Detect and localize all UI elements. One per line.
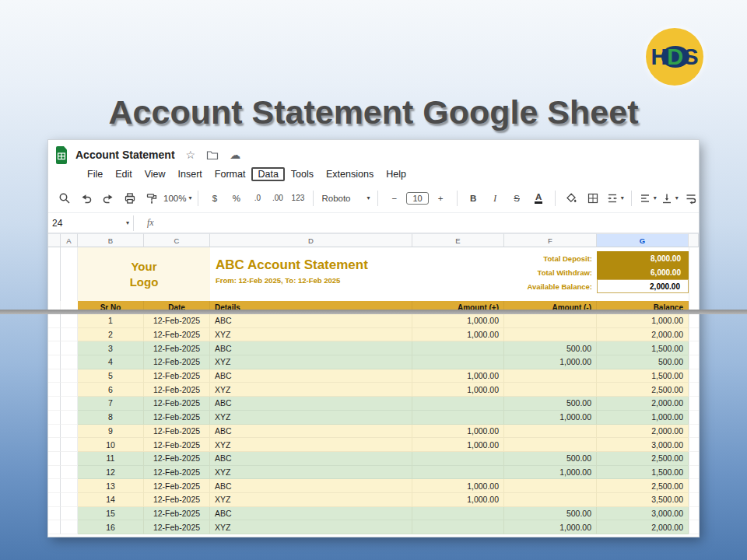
decrease-decimal-button[interactable]: .0 [248,189,266,208]
cell-a[interactable] [61,411,78,425]
cell-srno[interactable]: 2 [78,328,144,342]
cell-date[interactable]: 12-Feb-2025 [144,479,210,493]
cell-amount-minus[interactable] [504,438,597,452]
cell-date[interactable]: 12-Feb-2025 [144,452,210,466]
cell-details[interactable]: ABC [210,314,412,328]
text-wrap-icon[interactable] [682,189,699,208]
cell-date[interactable]: 12-Feb-2025 [144,397,210,411]
cell-srno[interactable]: 8 [78,411,144,425]
cell-balance[interactable]: 1,500.00 [597,466,689,480]
cell-amount-plus[interactable] [412,466,504,480]
cell-srno[interactable]: 10 [78,438,144,452]
cell-a[interactable] [61,438,78,452]
col-header-b[interactable]: B [78,233,144,247]
cell-a[interactable] [61,452,78,466]
cell-amount-minus[interactable] [504,314,597,328]
cell-amount-plus[interactable] [412,411,504,425]
cell-a[interactable] [61,507,78,521]
cell-amount-plus[interactable] [412,397,504,411]
cell-date[interactable]: 12-Feb-2025 [144,328,210,342]
cell-balance[interactable]: 1,500.00 [597,341,689,355]
increase-font-size-button[interactable]: + [431,189,451,208]
cell-a[interactable] [61,383,78,397]
cell-balance[interactable]: 1,000.00 [597,314,689,328]
cell-a[interactable] [61,314,78,328]
menu-file[interactable]: File [81,167,109,181]
cell-amount-plus[interactable] [412,341,504,355]
cell-srno[interactable]: 15 [78,507,144,521]
cell-amount-minus[interactable]: 500.00 [504,397,597,411]
cell-a[interactable] [61,466,78,480]
cell-amount-minus[interactable]: 1,000.00 [504,520,597,534]
menu-insert[interactable]: Insert [172,167,209,181]
cell-balance[interactable]: 500.00 [597,355,689,369]
cell-details[interactable]: XYZ [210,328,412,342]
increase-decimal-button[interactable]: .00 [268,189,286,208]
cell-details[interactable]: ABC [210,425,412,439]
cell-amount-plus[interactable] [412,452,504,466]
col-header-g-selected[interactable]: G [597,233,689,247]
cell-amount-minus[interactable] [504,425,597,439]
cell-details[interactable]: ABC [210,397,412,411]
menu-extensions[interactable]: Extensions [320,167,380,181]
cell-srno[interactable]: 5 [78,369,144,383]
cell-date[interactable]: 12-Feb-2025 [144,425,210,439]
cell-date[interactable]: 12-Feb-2025 [144,383,210,397]
undo-icon[interactable] [76,189,96,208]
cell-amount-plus[interactable]: 1,000.00 [412,425,504,439]
horizontal-align-icon[interactable]: ▾ [638,189,658,208]
formula-input[interactable] [154,213,699,233]
font-select[interactable]: Roboto▾ [320,189,371,208]
cell-srno[interactable]: 12 [78,466,144,480]
cell-srno[interactable]: 4 [78,355,144,369]
more-formats-button[interactable]: 123 [289,189,307,208]
format-percent-button[interactable]: % [226,189,246,208]
cell-srno[interactable]: 14 [78,493,144,507]
search-icon[interactable] [54,189,74,208]
cell-details[interactable]: XYZ [210,411,412,425]
cell-date[interactable]: 12-Feb-2025 [144,438,210,452]
cell-details[interactable]: ABC [210,452,412,466]
cell-amount-minus[interactable] [504,383,597,397]
menu-view[interactable]: View [139,167,172,181]
cell-a[interactable] [61,355,78,369]
total-deposit-label[interactable]: Total Deposit: [504,251,597,265]
strikethrough-button[interactable]: S [507,189,527,208]
print-icon[interactable] [120,189,139,208]
cell-amount-minus[interactable]: 1,000.00 [504,466,597,480]
total-withdraw-label[interactable]: Total Withdraw: [504,265,597,279]
redo-icon[interactable] [98,189,117,208]
cell-a[interactable] [61,341,78,355]
cell-details[interactable]: XYZ [210,520,412,534]
col-header-e[interactable]: E [412,233,504,247]
cell-amount-minus[interactable]: 1,000.00 [504,411,597,425]
cell-amount-minus[interactable] [504,369,597,383]
cell-balance[interactable]: 2,500.00 [597,452,689,466]
fill-color-icon[interactable] [562,189,581,208]
cell-srno[interactable]: 16 [78,520,144,534]
cell-a[interactable] [61,479,78,493]
cell-amount-minus[interactable]: 500.00 [504,341,597,355]
available-balance-value[interactable]: 2,000.00 [597,279,689,293]
text-color-button[interactable]: A [529,189,549,208]
decrease-font-size-button[interactable]: − [384,189,404,208]
cell-amount-plus[interactable] [412,520,504,534]
cell-a[interactable] [61,493,78,507]
cell-balance[interactable]: 2,000.00 [597,328,689,342]
cell-amount-minus[interactable]: 500.00 [504,507,597,521]
merge-cells-icon[interactable]: ▾ [605,189,625,208]
cell-details[interactable]: ABC [210,507,412,521]
cell-amount-plus[interactable]: 1,000.00 [412,369,504,383]
cell-a[interactable] [61,328,78,342]
menu-help[interactable]: Help [380,167,412,181]
cell-srno[interactable]: 9 [78,425,144,439]
cell-date[interactable]: 12-Feb-2025 [144,507,210,521]
italic-button[interactable]: I [486,189,505,208]
col-header-f[interactable]: F [504,233,597,247]
star-icon[interactable]: ☆ [186,149,196,160]
cell-details[interactable]: ABC [210,341,412,355]
doc-title[interactable]: Account Statement [75,149,175,161]
cell-details[interactable]: XYZ [210,493,412,507]
cell-srno[interactable]: 13 [78,479,144,493]
select-all-corner[interactable] [48,233,61,247]
